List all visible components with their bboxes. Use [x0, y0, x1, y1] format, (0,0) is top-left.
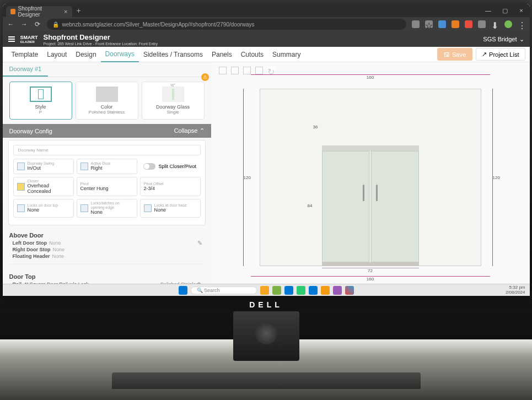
save-button[interactable]: 🖫 Save [437, 48, 472, 61]
address-bar[interactable]: 🔒 webnzb.smartglazier.com/Silver_Master/… [47, 19, 406, 30]
closer-icon [17, 183, 25, 191]
nav-refresh-button[interactable]: ⟳ [34, 20, 41, 28]
start-button[interactable] [179, 286, 187, 295]
glass-card-value: Single [166, 110, 179, 115]
project-list-button[interactable]: ↗ Project List [476, 48, 525, 61]
pivot-offset-select[interactable]: Pivot Offset2-3/4 [140, 177, 201, 196]
active-door-value: Right [91, 166, 111, 171]
translate-icon[interactable] [412, 20, 420, 28]
doorway-name-label: Doorway Name [18, 148, 196, 153]
canvas-viewport[interactable]: ↻ 160 160 120 120 36 84 72 [211, 62, 530, 296]
extension-icon-2[interactable] [452, 20, 459, 28]
locks-base-select[interactable]: Locks at door baseNone [140, 199, 201, 217]
above-door-edit-button[interactable]: ✎ [197, 240, 202, 247]
dim-left-value: 120 [244, 175, 251, 180]
doorway-name-input[interactable]: Doorway Name [13, 145, 201, 155]
dim-top-value: 160 [367, 75, 374, 80]
tab-layout[interactable]: Layout [42, 47, 71, 62]
style-card[interactable]: Style P [9, 82, 72, 120]
bookmark-icon[interactable]: ☆ [425, 20, 433, 28]
tool-3[interactable] [243, 67, 251, 74]
floating-value: None [52, 253, 65, 259]
right-stop-value: None [53, 247, 65, 252]
browser-menu-icon[interactable]: ⋮ [518, 20, 525, 28]
window-maximize-button[interactable]: ▢ [497, 4, 513, 17]
tab-close-icon[interactable]: × [64, 8, 67, 15]
handle-left [363, 185, 364, 201]
pivot-value: Center Hung [80, 186, 109, 192]
extension-icon-3[interactable] [465, 20, 472, 28]
project-list-label: Project List [489, 51, 519, 58]
download-icon[interactable]: ⬇ [491, 20, 499, 28]
doorway-tab-1[interactable]: Doorway #1 [3, 62, 49, 77]
warning-badge[interactable]: ⚠ [201, 73, 209, 81]
glass-dim: ½" [170, 83, 175, 87]
taskbar-app-2[interactable] [272, 286, 281, 295]
taskbar-app-4[interactable] [297, 286, 305, 295]
nav-back-button[interactable]: ← [7, 20, 15, 28]
window-close-button[interactable]: × [513, 4, 530, 17]
taskbar-app-3[interactable] [284, 286, 293, 295]
locks-top-icon [17, 204, 25, 212]
locks-edge-label: Locks/latches on opening edge [91, 201, 133, 209]
taskbar-app-7[interactable] [333, 286, 342, 295]
doorway-config-header[interactable]: Doorway Config Collapse ⌃ [3, 124, 211, 138]
swing-icon [17, 163, 25, 170]
closer-value: Overhead Concealed [28, 183, 70, 194]
taskbar-app-6[interactable] [321, 286, 330, 295]
window-minimize-button[interactable]: — [480, 4, 497, 17]
dim-72-value: 72 [322, 268, 419, 273]
dim-36-value: 36 [313, 125, 318, 129]
tab-summary[interactable]: Summary [268, 47, 305, 62]
tool-1[interactable] [219, 67, 227, 74]
taskbar-search[interactable]: 🔍 Search [191, 287, 257, 294]
split-closer-toggle[interactable] [143, 163, 155, 170]
locks-edge-select[interactable]: Locks/latches on opening edgeNone [77, 199, 137, 217]
swing-value: In/Out [28, 166, 55, 171]
extension-icon-1[interactable] [438, 20, 446, 28]
dim-84-value: 84 [308, 145, 313, 266]
tool-2[interactable] [231, 67, 239, 74]
tool-4[interactable] [255, 67, 263, 74]
tab-design[interactable]: Design [71, 47, 100, 62]
door-leaf-left[interactable] [322, 151, 369, 262]
active-door-select[interactable]: Active DoorRight [77, 159, 137, 174]
chevron-up-icon: ⌃ [200, 127, 205, 134]
extensions-menu-icon[interactable] [478, 20, 486, 28]
pivot-select[interactable]: PivotCenter Hung [77, 177, 137, 196]
taskbar-app-1[interactable] [260, 286, 269, 295]
taskbar-app-5[interactable] [309, 286, 318, 295]
taskbar-clock[interactable]: 5:32 pm 2/08/2024 [506, 285, 525, 295]
clock-date: 2/08/2024 [506, 290, 525, 295]
profile-avatar[interactable] [504, 20, 512, 28]
taskbar-app-8[interactable] [345, 286, 354, 295]
tab-cutouts[interactable]: Cutouts [237, 47, 268, 62]
door-assembly[interactable]: 72 [322, 145, 419, 266]
dim-bot-value: 160 [367, 277, 374, 282]
hamburger-menu-icon[interactable] [8, 36, 15, 42]
tab-template[interactable]: Template [7, 47, 43, 62]
door-sill [322, 262, 419, 266]
lock-icon: 🔒 [52, 21, 59, 28]
style-card-title: Style [35, 104, 46, 110]
tab-sidelites[interactable]: Sidelites / Transoms [139, 47, 207, 62]
tab-panels[interactable]: Panels [207, 47, 237, 62]
tool-reset[interactable]: ↻ [267, 67, 275, 74]
app-logo: SMARTGLAZIER [20, 35, 38, 44]
above-door-section-title: Above Door [3, 228, 211, 240]
color-card[interactable]: Color Polished Stainless [76, 82, 138, 120]
tab-doorways[interactable]: Doorways [101, 47, 139, 62]
config-title: Doorway Config [9, 128, 52, 134]
locks-top-select[interactable]: Locks on door topNone [13, 199, 74, 217]
shopfront-drawing: 36 84 72 [260, 89, 481, 266]
glass-card[interactable]: ½" Doorway Glass Single [142, 82, 205, 120]
door-leaf-right[interactable] [371, 151, 418, 262]
dim-right-value: 120 [493, 175, 500, 180]
nav-forward-button[interactable]: → [20, 20, 28, 28]
user-menu[interactable]: SGS Bridget ⌄ [483, 36, 524, 43]
doorway-swing-select[interactable]: Doorway SwingIn/Out [13, 159, 74, 174]
door-top-section-title: Door Top [3, 269, 211, 281]
new-tab-button[interactable]: + [77, 6, 81, 15]
closer-select[interactable]: CloserOverhead Concealed [13, 177, 74, 196]
browser-tab[interactable]: Shopfront Designer × [6, 6, 72, 17]
